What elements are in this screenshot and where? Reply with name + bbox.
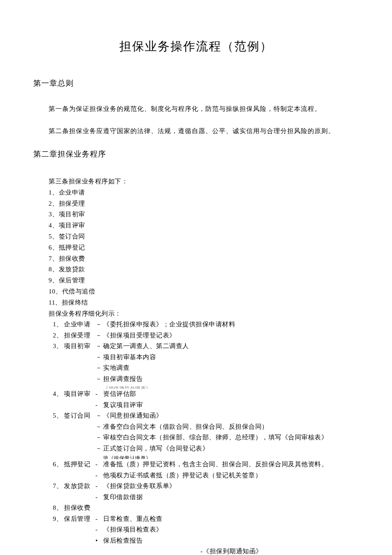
dash-icon: －	[95, 410, 103, 421]
detail-content: 实地调查	[103, 363, 359, 374]
detail-content: 《同意担保通知函》	[103, 410, 359, 421]
article-2: 第二条担保业务应遵守国家的法律、法规，遵循自愿、公平、诚实信用与合理分担风险的原…	[33, 126, 359, 136]
detail-row-7: 7、 发放贷款 - 《担保贷款业务联系单》	[53, 481, 359, 492]
detail-row-5: 5、 签订合同 － 《同意担保通知函》	[53, 410, 359, 421]
detail-label: 发放贷款	[64, 481, 95, 492]
detail-label: 项目评审	[64, 389, 95, 400]
detail-index: 5、	[53, 410, 64, 421]
bullet-icon: •	[95, 535, 103, 546]
step-3: 3、项目初审	[49, 209, 359, 220]
detail-content: 《担保项目受理登记表》	[103, 330, 359, 341]
detail-label: 担保受理	[64, 330, 95, 341]
detail-index: 4、	[53, 389, 64, 400]
detail-subrow: － 审核空白合同文本（担保部、综合部、律师、总经理），填写《合同审核表》	[53, 432, 359, 443]
detail-index: 6、	[53, 459, 64, 470]
dash-icon: -	[95, 481, 103, 492]
detail-content: 《委托担保申报表》；企业提供担保申请材料	[103, 319, 359, 330]
detail-content: 审核空白合同文本（担保部、综合部、律师、总经理），填写《合同审核表》	[103, 432, 359, 443]
step-4: 4、项目评审	[49, 220, 359, 231]
dash-icon: -	[95, 470, 103, 481]
article-1: 第一条为保证担保业务的规范化、制度化与程序化，防范与操纵担保风险，特制定本流程。	[33, 104, 359, 114]
dash-icon: －	[95, 454, 103, 459]
step-1: 1、企业申请	[49, 187, 359, 198]
chapter-2-heading: 第二章担保业务程序	[33, 149, 359, 159]
detail-row-6: 6、 抵押登记 - 准备抵（质）押登记资料，包含主合同、担保合同、反担保合同及其…	[53, 459, 359, 470]
detail-index: 8、	[53, 503, 64, 514]
dash-icon: －	[95, 330, 103, 341]
detail-content: 《担保项目处理表》	[103, 384, 359, 389]
detail-content: 确定第一调查人、第二调查人	[103, 341, 359, 352]
dash-icon: －	[95, 341, 103, 352]
step-7: 7、担保收费	[49, 253, 359, 264]
detail-content: 资信评估部	[103, 389, 359, 400]
detail-index: 7、	[53, 481, 64, 492]
detail-content: 日常检查、重点检查	[103, 514, 359, 525]
detail-label: 抵押登记	[64, 459, 95, 470]
detail-content: 《担保项目检查表》	[103, 524, 359, 535]
detail-row-4: 4、 项目评审 - 资信评估部	[53, 389, 359, 400]
detail-subrow: • 保后检查报告	[53, 535, 359, 546]
detail-subrow: － 准备空白合同文本（借款合同、担保合同、反担保合同）	[53, 421, 359, 433]
detail-subrow: － 填《担保带认缴单》	[53, 454, 359, 459]
detail-label: 担保收费	[64, 503, 95, 514]
document-title: 担保业务操作流程（范例）	[33, 38, 359, 55]
detail-row-2: 2、 担保受理 － 《担保项目受理登记表》	[53, 330, 359, 341]
detail-content: 准备空白合同文本（借款合同、担保合同、反担保合同）	[103, 421, 359, 433]
step-8: 8、发放贷款	[49, 264, 359, 275]
chapter-1-heading: 第一章总则	[33, 78, 359, 88]
detail-label: 保后管理	[64, 514, 95, 525]
procedure-block: 第三条担保业务程序如下： 1、企业申请 2、担保受理 3、项目初审 4、项目评审…	[49, 176, 359, 555]
document-page: 担保业务操作流程（范例） 第一章总则 第一条为保证担保业务的规范化、制度化与程序…	[0, 0, 392, 555]
dash-icon: －	[95, 374, 103, 385]
detail-content: 正式签订合同，填写《合同登记表》	[103, 443, 359, 454]
dash-icon: －	[95, 443, 103, 454]
detail-content: 准备抵（质）押登记资料，包含主合同、担保合同、反担保合同及其他资料。	[103, 459, 359, 470]
detail-content: 填《担保带认缴单》	[103, 454, 359, 459]
detail-subrow: － 正式签订合同，填写《合同登记表》	[53, 443, 359, 454]
detail-subrow: － 项目初审基本内容	[53, 352, 359, 363]
article-3-intro: 第三条担保业务程序如下：	[49, 176, 359, 187]
dash-icon: -	[95, 514, 103, 525]
dash-icon: －	[95, 421, 103, 433]
detail-row-9: 9、 保后管理 - 日常检查、重点检查	[53, 514, 359, 525]
detail-row-8: 8、 担保收费	[53, 503, 359, 514]
step-10: 10、代偿与追偿	[49, 286, 359, 297]
dash-icon: -	[95, 459, 103, 470]
detail-index: 3、	[53, 341, 64, 352]
detail-subrow: - 《担保项目检查表》	[53, 524, 359, 535]
detail-index: 9、	[53, 514, 64, 525]
step-6: 6、抵押登记	[49, 242, 359, 253]
dash-icon: －	[95, 363, 103, 374]
detail-title: 担保业务程序细化列示：	[49, 308, 359, 320]
detail-label: 企业申请	[64, 319, 95, 330]
step-5: 5、签订合同	[49, 231, 359, 242]
detail-subrow: - 他项权力证书或者抵（质）押登记表（登记机关签章）	[53, 470, 359, 481]
detail-content: 《担保贷款业务联系单》	[103, 481, 359, 492]
detail-content: 项目初审基本内容	[103, 352, 359, 363]
detail-index: 2、	[53, 330, 64, 341]
dash-icon: －	[95, 352, 103, 363]
detail-label: 项目初审	[64, 341, 95, 352]
detail-list: 1、 企业申请 － 《委托担保申报表》；企业提供担保申请材料 2、 担保受理 －…	[53, 319, 359, 555]
dash-icon: －	[95, 319, 103, 330]
detail-content: 复议项目评审	[103, 400, 359, 411]
detail-content: 复印借款借据	[103, 492, 359, 503]
detail-subrow: - 复议项目评审	[53, 400, 359, 411]
detail-content: 担保调查报告	[103, 374, 359, 385]
detail-content: 他项权力证书或者抵（质）押登记表（登记机关签章）	[103, 470, 359, 481]
detail-content: 保后检查报告	[103, 535, 359, 546]
detail-subrow: - 复印借款借据	[53, 492, 359, 503]
dash-icon: -	[95, 389, 103, 400]
detail-content: 《担保到期通知函》	[203, 548, 262, 555]
detail-index: 1、	[53, 319, 64, 330]
detail-row-3: 3、 项目初审 － 确定第一调查人、第二调查人	[53, 341, 359, 352]
dash-icon: -	[95, 524, 103, 535]
detail-row-1: 1、 企业申请 － 《委托担保申报表》；企业提供担保申请材料	[53, 319, 359, 330]
dash-icon: -	[95, 492, 103, 503]
detail-subrow: － 担保调查报告	[53, 374, 359, 385]
dash-icon: -	[95, 400, 103, 411]
step-9: 9、保后管理	[49, 275, 359, 286]
detail-subrow: 《担保项目处理表》	[53, 384, 359, 389]
step-11: 11、担保终结	[49, 297, 359, 308]
step-2: 2、担保受理	[49, 198, 359, 209]
